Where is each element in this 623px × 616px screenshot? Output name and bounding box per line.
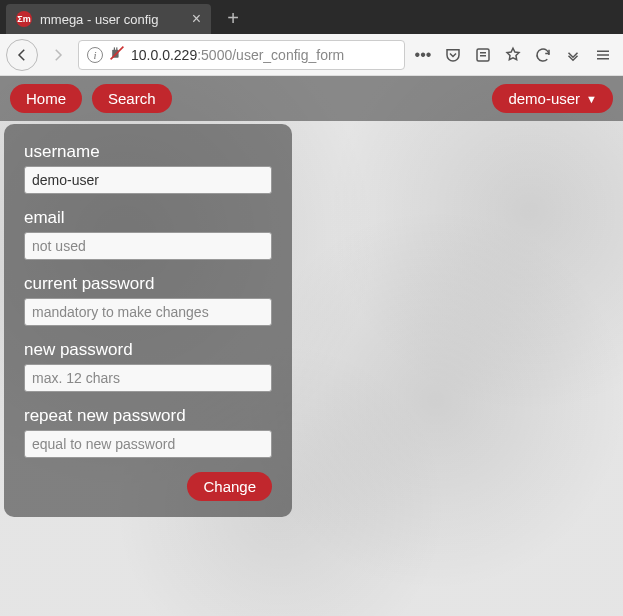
user-config-form: username email current password new pass… (4, 124, 292, 517)
search-button[interactable]: Search (92, 84, 172, 113)
close-tab-icon[interactable]: × (192, 11, 201, 27)
plugin-blocked-icon[interactable] (109, 45, 125, 64)
browser-tab[interactable]: Σm mmega - user config × (6, 4, 211, 34)
new-password-input[interactable] (24, 364, 272, 392)
new-password-label: new password (24, 340, 272, 360)
browser-tab-bar: Σm mmega - user config × + (0, 0, 623, 34)
user-dropdown[interactable]: demo-user ▼ (492, 84, 613, 113)
toolbar-actions: ••• (409, 45, 617, 65)
bookmark-star-icon[interactable] (503, 45, 523, 65)
email-input[interactable] (24, 232, 272, 260)
browser-toolbar: i 10.0.0.229:5000/user_config_form ••• (0, 34, 623, 76)
reload-icon[interactable] (533, 45, 553, 65)
username-label: username (24, 142, 272, 162)
current-password-input[interactable] (24, 298, 272, 326)
repeat-password-label: repeat new password (24, 406, 272, 426)
reader-icon[interactable] (473, 45, 493, 65)
svg-rect-1 (114, 47, 115, 50)
change-button[interactable]: Change (187, 472, 272, 501)
forward-button[interactable] (42, 39, 74, 71)
email-label: email (24, 208, 272, 228)
url-text: 10.0.0.229:5000/user_config_form (131, 47, 344, 63)
more-icon[interactable]: ••• (413, 45, 433, 65)
username-input[interactable] (24, 166, 272, 194)
new-tab-button[interactable]: + (219, 4, 247, 32)
repeat-password-input[interactable] (24, 430, 272, 458)
overflow-icon[interactable] (563, 45, 583, 65)
user-dropdown-label: demo-user (508, 90, 580, 107)
tab-title: mmega - user config (40, 12, 159, 27)
svg-rect-2 (116, 47, 117, 50)
favicon: Σm (16, 11, 32, 27)
back-button[interactable] (6, 39, 38, 71)
chevron-down-icon: ▼ (586, 93, 597, 105)
current-password-label: current password (24, 274, 272, 294)
info-icon[interactable]: i (87, 47, 103, 63)
page-content: Home Search demo-user ▼ username email c… (0, 76, 623, 616)
pocket-icon[interactable] (443, 45, 463, 65)
home-button[interactable]: Home (10, 84, 82, 113)
menu-icon[interactable] (593, 45, 613, 65)
address-bar[interactable]: i 10.0.0.229:5000/user_config_form (78, 40, 405, 70)
top-nav: Home Search demo-user ▼ (0, 76, 623, 121)
